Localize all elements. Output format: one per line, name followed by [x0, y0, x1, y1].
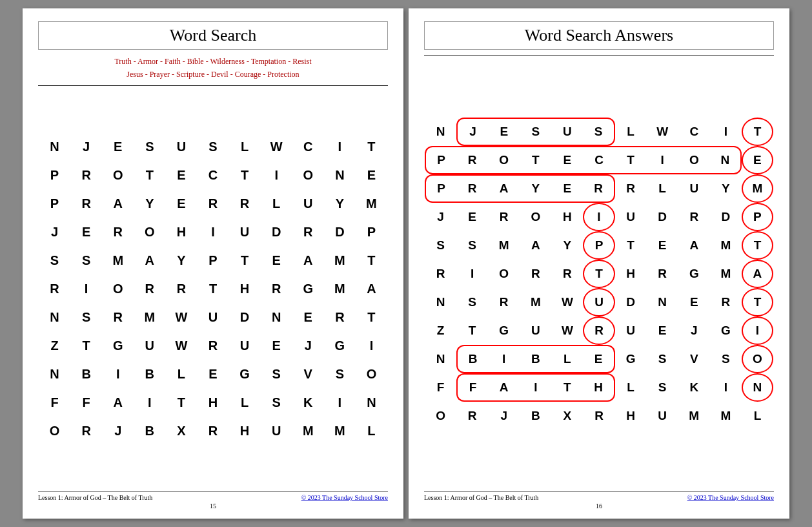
cell: E	[551, 146, 583, 174]
word-list: Truth - Armor - Faith - Bible - Wilderne…	[38, 55, 388, 81]
pages-container: Word Search Truth - Armor - Faith - Bibl…	[17, 3, 795, 524]
cell: D	[324, 218, 356, 246]
page-number-2: 16	[424, 502, 774, 510]
cell: J	[292, 331, 324, 360]
cell: S	[261, 388, 292, 417]
cell: H	[229, 417, 261, 445]
cell: W	[647, 118, 678, 146]
cell: T	[356, 246, 387, 274]
footer-link-1[interactable]: © 2023 The Sunday School Store	[301, 494, 388, 501]
cell: B	[134, 360, 165, 388]
cell: M	[678, 402, 710, 430]
cell: P	[425, 146, 456, 174]
cell: B	[70, 360, 102, 388]
cell: S	[583, 118, 614, 146]
cell: I	[197, 218, 228, 246]
cell: Y	[551, 231, 583, 260]
cell: M	[488, 231, 520, 260]
cell: M	[324, 246, 356, 274]
cell: M	[710, 402, 742, 430]
cell: J	[488, 402, 520, 430]
cell: P	[39, 161, 70, 189]
cell: W	[165, 303, 197, 331]
cell: U	[551, 118, 583, 146]
cell: D	[647, 203, 678, 231]
cell: O	[134, 218, 165, 246]
cell: O	[742, 345, 773, 373]
cell: S	[710, 345, 742, 373]
cell: G	[229, 360, 261, 388]
divider	[38, 85, 388, 86]
cell: M	[102, 246, 134, 274]
cell: G	[102, 331, 134, 360]
cell: U	[165, 132, 197, 161]
word-grid-2: NJESUSLWCITPROTECTIONEPRAYERRLUYMJEROHIU…	[425, 118, 773, 430]
cell: C	[583, 146, 614, 174]
cell: O	[102, 274, 134, 303]
cell: R	[70, 189, 102, 218]
cell: P	[39, 189, 70, 218]
cell: O	[356, 360, 387, 388]
cell: L	[647, 174, 678, 203]
cell: U	[520, 316, 551, 345]
cell: L	[165, 360, 197, 388]
cell: M	[356, 189, 387, 218]
cell: E	[70, 218, 102, 246]
cell: E	[678, 288, 710, 316]
divider-2	[424, 55, 774, 56]
cell: G	[488, 316, 520, 345]
cell: Y	[165, 246, 197, 274]
cell: R	[551, 260, 583, 288]
page1-title: Word Search	[38, 21, 388, 50]
footer-link-2[interactable]: © 2023 The Sunday School Store	[687, 494, 774, 501]
cell: U	[647, 402, 678, 430]
cell: R	[324, 303, 356, 331]
cell: R	[102, 303, 134, 331]
cell: A	[520, 231, 551, 260]
page-2: Word Search Answers NJESUSLWCITPROTECTIO…	[409, 8, 789, 519]
cell: N	[39, 360, 70, 388]
cell: H	[551, 203, 583, 231]
cell: O	[425, 402, 456, 430]
cell: I	[102, 360, 134, 388]
cell: I	[324, 388, 356, 417]
cell: E	[165, 189, 197, 218]
cell: U	[615, 316, 647, 345]
cell: R	[197, 331, 228, 360]
cell: T	[197, 274, 228, 303]
cell: T	[229, 246, 261, 274]
cell: E	[742, 146, 773, 174]
cell: C	[678, 118, 710, 146]
cell: R	[292, 218, 324, 246]
cell: H	[197, 388, 228, 417]
cell: K	[292, 388, 324, 417]
cell: A	[488, 174, 520, 203]
cell: A	[292, 246, 324, 274]
cell: W	[165, 331, 197, 360]
cell: D	[710, 203, 742, 231]
cell: E	[102, 132, 134, 161]
cell: S	[261, 360, 292, 388]
cell: R	[456, 174, 488, 203]
cell: B	[134, 417, 165, 445]
cell: T	[615, 146, 647, 174]
cell: O	[520, 203, 551, 231]
cell: H	[165, 218, 197, 246]
cell: Z	[425, 316, 456, 345]
cell: N	[39, 303, 70, 331]
cell: W	[551, 316, 583, 345]
cell: T	[551, 373, 583, 402]
cell: E	[261, 246, 292, 274]
cell: R	[39, 274, 70, 303]
cell: I	[710, 118, 742, 146]
cell: S	[520, 118, 551, 146]
cell: S	[70, 303, 102, 331]
cell: M	[742, 174, 773, 203]
page2-title: Word Search Answers	[424, 21, 774, 50]
cell: B	[456, 345, 488, 373]
cell: Z	[39, 331, 70, 360]
cell: I	[70, 274, 102, 303]
cell: R	[583, 402, 614, 430]
cell: A	[742, 260, 773, 288]
cell: R	[488, 203, 520, 231]
